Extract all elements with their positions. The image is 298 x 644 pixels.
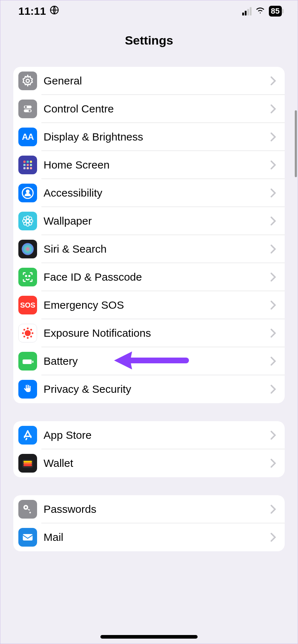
wallet-icon (18, 454, 37, 473)
status-left: 11:11 (18, 5, 59, 17)
scroll-indicator[interactable] (295, 110, 297, 177)
settings-group: App StoreWallet (13, 421, 285, 477)
control-centre-icon (18, 100, 37, 118)
row-label: Privacy & Security (44, 383, 270, 395)
chevron-right-icon (270, 356, 276, 366)
settings-row-wallpaper[interactable]: Wallpaper (13, 207, 285, 235)
svg-point-3 (25, 106, 27, 108)
svg-rect-14 (30, 167, 32, 169)
svg-rect-46 (23, 534, 33, 540)
settings-row-siri[interactable]: Siri & Search (13, 235, 285, 263)
status-bar: 11:11 85 (0, 0, 298, 22)
svg-point-17 (26, 220, 30, 223)
svg-point-1 (26, 79, 30, 83)
settings-row-accessibility[interactable]: Accessibility (13, 179, 285, 207)
row-label: Wallet (44, 457, 270, 469)
wifi-icon (255, 5, 265, 18)
faceid-icon (18, 268, 37, 286)
chevron-right-icon (270, 300, 276, 310)
svg-rect-43 (23, 464, 32, 466)
svg-point-26 (22, 243, 33, 255)
chevron-right-icon (270, 272, 276, 282)
settings-row-wallet[interactable]: Wallet (13, 449, 285, 477)
row-label: App Store (44, 429, 270, 441)
svg-point-45 (25, 506, 27, 508)
general-icon (18, 72, 37, 90)
passwords-icon (18, 500, 37, 519)
settings-row-home-screen[interactable]: Home Screen (13, 151, 285, 179)
settings-row-general[interactable]: General (13, 67, 285, 95)
svg-point-30 (27, 327, 29, 329)
svg-rect-11 (30, 164, 32, 166)
svg-point-32 (22, 332, 24, 334)
svg-point-27 (26, 276, 27, 277)
settings-row-control-centre[interactable]: Control Centre (13, 95, 285, 123)
svg-rect-9 (23, 164, 26, 166)
svg-rect-42 (23, 463, 32, 464)
svg-point-35 (30, 329, 32, 331)
siri-icon (18, 240, 37, 258)
display-icon: AA (18, 128, 37, 146)
chevron-right-icon (270, 244, 276, 254)
row-label: Wallpaper (44, 215, 270, 227)
svg-rect-10 (27, 164, 29, 166)
row-label: Exposure Notifications (44, 327, 270, 339)
battery-level-icon: 85 (269, 6, 282, 17)
row-label: Siri & Search (44, 243, 270, 255)
svg-rect-13 (27, 167, 29, 169)
svg-rect-8 (30, 161, 32, 163)
settings-row-privacy[interactable]: Privacy & Security (13, 375, 285, 403)
svg-rect-6 (23, 161, 26, 163)
chevron-right-icon (270, 76, 276, 86)
settings-row-display[interactable]: AADisplay & Brightness (13, 123, 285, 151)
row-label: Control Centre (44, 103, 270, 115)
svg-rect-41 (23, 461, 32, 463)
svg-point-37 (30, 336, 32, 337)
row-label: Passwords (44, 503, 270, 515)
settings-row-battery[interactable]: Battery (13, 347, 285, 375)
chevron-right-icon (270, 188, 276, 198)
battery-icon (18, 352, 37, 371)
settings-group: GeneralControl CentreAADisplay & Brightn… (13, 67, 285, 403)
settings-row-faceid[interactable]: Face ID & Passcode (13, 263, 285, 291)
svg-point-36 (23, 336, 25, 337)
row-label: Battery (44, 355, 270, 367)
row-label: Home Screen (44, 159, 270, 171)
chevron-right-icon (270, 459, 276, 468)
home-screen-icon (18, 156, 37, 174)
cellular-signal-icon (242, 7, 252, 15)
settings-content: GeneralControl CentreAADisplay & Brightn… (0, 60, 298, 551)
row-label: General (44, 75, 270, 87)
chevron-right-icon (270, 160, 276, 170)
accessibility-icon (18, 184, 37, 202)
mail-icon (18, 528, 37, 547)
chevron-right-icon (270, 104, 276, 114)
chevron-right-icon (270, 132, 276, 142)
svg-point-28 (29, 276, 30, 277)
chevron-right-icon (270, 385, 276, 394)
settings-row-passwords[interactable]: Passwords (13, 495, 285, 523)
svg-point-31 (27, 337, 29, 339)
settings-row-exposure[interactable]: Exposure Notifications (13, 319, 285, 347)
svg-rect-7 (27, 161, 29, 163)
settings-row-appstore[interactable]: App Store (13, 421, 285, 449)
row-label: Accessibility (44, 187, 270, 199)
svg-rect-38 (23, 359, 32, 364)
sos-icon: SOS (18, 296, 37, 314)
svg-rect-39 (32, 360, 33, 363)
row-label: Face ID & Passcode (44, 271, 270, 283)
wallpaper-icon (18, 212, 37, 230)
chevron-right-icon (270, 328, 276, 338)
svg-point-33 (32, 332, 33, 334)
status-right: 85 (242, 5, 282, 18)
svg-point-16 (26, 190, 29, 193)
chevron-right-icon (270, 431, 276, 440)
settings-row-mail[interactable]: Mail (13, 523, 285, 551)
chevron-right-icon (270, 216, 276, 226)
status-time: 11:11 (18, 5, 46, 17)
svg-point-34 (23, 329, 25, 331)
row-label: Mail (44, 531, 270, 543)
home-indicator[interactable] (100, 635, 198, 639)
settings-row-sos[interactable]: SOSEmergency SOS (13, 291, 285, 319)
svg-rect-12 (23, 167, 26, 169)
